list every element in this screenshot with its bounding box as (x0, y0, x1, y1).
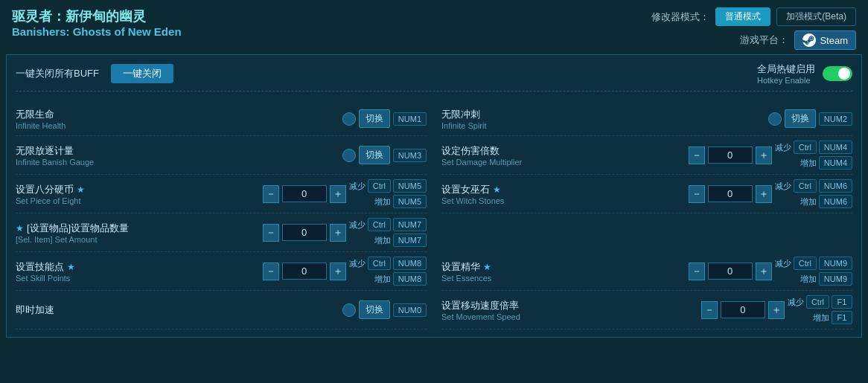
key-num5-inc: NUM5 (393, 195, 427, 208)
mode-beta-button[interactable]: 加强模式(Beta) (776, 7, 856, 26)
minus-damage-mult[interactable]: － (689, 147, 705, 164)
steam-platform-button[interactable]: Steam (794, 30, 856, 50)
steam-icon (802, 33, 816, 47)
option-infinite-banish: 无限放逐计量 Infinite Banish Gauge 切换 NUM3 (16, 136, 427, 175)
key-ctrl-6: Ctrl (794, 179, 817, 193)
option-essences: 设置精华 ★ Set Essences － ＋ 减少 Ctrl NUM9 增加 … (441, 252, 852, 291)
value-essences[interactable] (708, 263, 753, 280)
key-f1-inc: F1 (832, 311, 852, 324)
plus-item-amount[interactable]: ＋ (330, 224, 346, 242)
toggle-infinite-banish[interactable] (342, 149, 356, 162)
increase-label-7: 增加 (374, 274, 391, 285)
toggle-infinite-health[interactable] (342, 112, 356, 126)
option-label-zh-9: 即时加速 (16, 303, 142, 317)
action-btn-1[interactable]: 切换 (785, 109, 816, 128)
option-label-en-8: Set Essences (441, 274, 568, 283)
minus-move-speed[interactable]: － (701, 301, 718, 319)
option-label-en-3: Set Damage Multiplier (441, 158, 568, 167)
key-num2: NUM2 (819, 112, 852, 126)
increase-label-6: 增加 (374, 235, 391, 246)
key-ctrl-5: Ctrl (368, 179, 391, 193)
key-ctrl-7: Ctrl (368, 218, 391, 231)
minus-item-amount[interactable]: － (263, 224, 279, 242)
title-en: Banishers: Ghosts of New Eden (12, 25, 182, 38)
option-label-en-1: Infinite Spirit (441, 121, 568, 130)
option-label-en-4: Set Piece of Eight (16, 196, 142, 205)
option-witch-stones: 设置女巫石 ★ Set Witch Stones － ＋ 减少 Ctrl NUM… (441, 175, 852, 213)
reduce-label-6: 减少 (349, 219, 366, 231)
option-label-en-5: Set Witch Stones (441, 196, 568, 205)
option-instant-speed: 即时加速 切换 NUM0 (16, 291, 427, 329)
hotkey-toggle[interactable] (823, 66, 852, 81)
option-empty-4r (441, 213, 852, 252)
star-icon-5: ★ (493, 184, 501, 195)
action-btn-0[interactable]: 切换 (359, 109, 390, 128)
increase-label-4: 增加 (374, 196, 391, 207)
key-f1-dec: F1 (832, 295, 852, 309)
value-witch-stones[interactable] (708, 185, 753, 202)
plus-skill-points[interactable]: ＋ (330, 263, 346, 280)
value-move-speed[interactable] (721, 301, 765, 318)
option-label-zh-3: 设定伤害倍数 (441, 144, 568, 158)
value-item-amount[interactable] (282, 224, 327, 241)
option-label-zh-10: 设置移动速度倍率 (441, 299, 568, 312)
minus-essences[interactable]: － (689, 263, 705, 280)
increase-label-10: 增加 (813, 312, 829, 324)
key-num4-inc: NUM4 (819, 156, 852, 170)
key-num4-dec: NUM4 (819, 141, 852, 154)
option-skill-points: 设置技能点 ★ Set Skill Points － ＋ 减少 Ctrl NUM… (16, 252, 427, 291)
option-move-speed: 设置移动速度倍率 Set Movement Speed － ＋ 减少 Ctrl … (441, 291, 852, 329)
option-label-zh-1: 无限冲刺 (441, 108, 568, 121)
mode-label: 修改器模式： (651, 10, 709, 24)
key-num9-inc: NUM9 (819, 272, 852, 286)
title-section: 驱灵者：新伊甸的幽灵 Banishers: Ghosts of New Eden (12, 7, 182, 38)
plus-essences[interactable]: ＋ (756, 263, 772, 280)
header-right: 修改器模式： 普通模式 加强模式(Beta) 游戏平台： Steam (651, 7, 856, 50)
option-label-zh-7: 设置技能点 ★ (16, 260, 142, 274)
increase-label-3: 增加 (800, 158, 817, 169)
increase-label-5: 增加 (800, 196, 817, 207)
toggle-infinite-spirit[interactable] (768, 112, 782, 126)
top-bar: 一键关闭所有BUFF 一键关闭 全局热键启用 Hotkey Enable (16, 62, 852, 91)
star-icon-6: ★ (16, 223, 24, 234)
platform-row: 游戏平台： Steam (740, 30, 856, 50)
plus-move-speed[interactable]: ＋ (768, 301, 785, 319)
hotkey-labels: 全局热键启用 Hotkey Enable (757, 62, 815, 85)
key-num6-dec: NUM6 (819, 179, 852, 193)
hotkey-en-label: Hotkey Enable (757, 76, 815, 85)
increase-label-8: 增加 (800, 274, 817, 285)
minus-witch-stones[interactable]: － (689, 185, 705, 203)
minus-piece-eight[interactable]: － (263, 185, 279, 203)
value-skill-points[interactable] (282, 263, 327, 280)
top-bar-right: 全局热键启用 Hotkey Enable (757, 62, 852, 85)
mode-normal-button[interactable]: 普通模式 (715, 7, 770, 26)
plus-witch-stones[interactable]: ＋ (756, 185, 772, 203)
plus-piece-eight[interactable]: ＋ (330, 185, 346, 203)
star-icon-4: ★ (77, 184, 85, 195)
options-grid: 无限生命 Infinite Health 切换 NUM1 无限冲刺 Infini… (16, 102, 852, 329)
value-damage-mult[interactable] (708, 147, 753, 164)
plus-damage-mult[interactable]: ＋ (756, 147, 772, 164)
option-item-amount: ★ [设置物品]设置物品数量 [Sel. Item] Set Amount － … (16, 213, 427, 252)
reduce-label-8: 减少 (775, 258, 791, 269)
toggle-instant-speed[interactable] (342, 303, 356, 317)
option-label-en-6: [Sel. Item] Set Amount (16, 235, 142, 244)
app-header: 驱灵者：新伊甸的幽灵 Banishers: Ghosts of New Eden… (0, 0, 868, 54)
key-num5-dec: NUM5 (393, 179, 427, 193)
key-ctrl-9: Ctrl (794, 257, 817, 270)
top-bar-left: 一键关闭所有BUFF 一键关闭 (16, 64, 173, 83)
action-btn-9[interactable]: 切换 (359, 300, 390, 319)
platform-label: 游戏平台： (740, 33, 788, 47)
option-label-en-0: Infinite Health (16, 121, 142, 130)
option-label-zh-2: 无限放逐计量 (16, 144, 142, 158)
value-piece-eight[interactable] (282, 185, 327, 202)
minus-skill-points[interactable]: － (263, 263, 279, 280)
key-ctrl-8: Ctrl (368, 257, 391, 270)
option-damage-mult: 设定伤害倍数 Set Damage Multiplier － ＋ 减少 Ctrl… (441, 136, 852, 175)
action-btn-2[interactable]: 切换 (359, 146, 390, 164)
hotkey-zh-label: 全局热键启用 (757, 62, 815, 76)
option-label-zh-6: ★ [设置物品]设置物品数量 (16, 222, 142, 235)
reduce-label-7: 减少 (349, 258, 366, 269)
close-all-button[interactable]: 一键关闭 (111, 64, 173, 83)
star-icon-8: ★ (483, 262, 491, 272)
